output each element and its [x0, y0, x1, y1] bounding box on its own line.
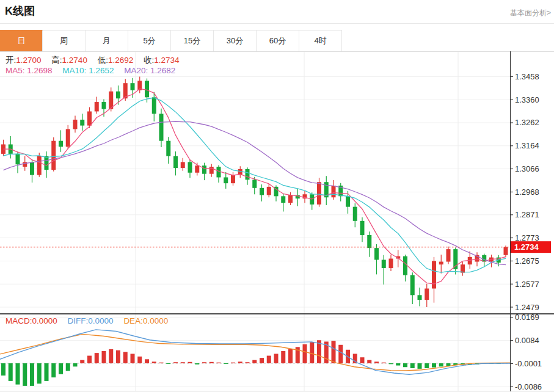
- kline-chart[interactable]: 1.34581.33601.32621.31641.30661.29681.28…: [0, 51, 554, 392]
- interval-tabstrip: 日 周 月 5分 15分 30分 60分 4时: [0, 30, 342, 51]
- svg-text:1.2968: 1.2968: [515, 187, 539, 197]
- current-price-badge: 1.2734: [511, 241, 551, 253]
- tab-30min[interactable]: 30分: [214, 30, 257, 51]
- svg-text:1.2577: 1.2577: [515, 280, 539, 289]
- fundamental-analysis-link[interactable]: 基本面分析>: [510, 8, 551, 18]
- svg-text:1.2675: 1.2675: [515, 256, 539, 266]
- svg-text:0.0169: 0.0169: [515, 313, 539, 322]
- tab-5min[interactable]: 5分: [128, 30, 171, 51]
- svg-text:1.2734: 1.2734: [514, 242, 539, 252]
- diff-line: [0, 330, 510, 374]
- svg-text:0.0084: 0.0084: [515, 336, 539, 345]
- svg-text:1.2773: 1.2773: [515, 233, 539, 242]
- tab-day[interactable]: 日: [0, 30, 43, 51]
- svg-text:1.3164: 1.3164: [515, 141, 539, 150]
- svg-text:-0.0001: -0.0001: [515, 359, 542, 368]
- svg-text:1.3458: 1.3458: [515, 72, 539, 81]
- svg-text:1.3360: 1.3360: [515, 95, 539, 104]
- price-axis-labels: 1.34581.33601.32621.31641.30661.29681.28…: [510, 72, 542, 391]
- svg-text:-0.0086: -0.0086: [515, 382, 542, 391]
- tab-month[interactable]: 月: [86, 30, 128, 51]
- tab-60min[interactable]: 60分: [257, 30, 299, 51]
- svg-text:1.3066: 1.3066: [515, 164, 539, 173]
- tab-week[interactable]: 周: [43, 30, 86, 51]
- page-title: K线图: [5, 4, 35, 18]
- svg-text:1.2871: 1.2871: [515, 210, 539, 219]
- grid-layer: [0, 52, 510, 391]
- tab-15min[interactable]: 15分: [171, 30, 214, 51]
- tab-4hour[interactable]: 4时: [299, 30, 342, 51]
- header-divider: [0, 23, 554, 24]
- svg-text:1.3262: 1.3262: [515, 118, 539, 127]
- kline-widget: K线图 基本面分析> 日 周 月 5分 15分 30分 60分 4时 1.345…: [0, 0, 554, 392]
- svg-text:1.2479: 1.2479: [515, 303, 539, 312]
